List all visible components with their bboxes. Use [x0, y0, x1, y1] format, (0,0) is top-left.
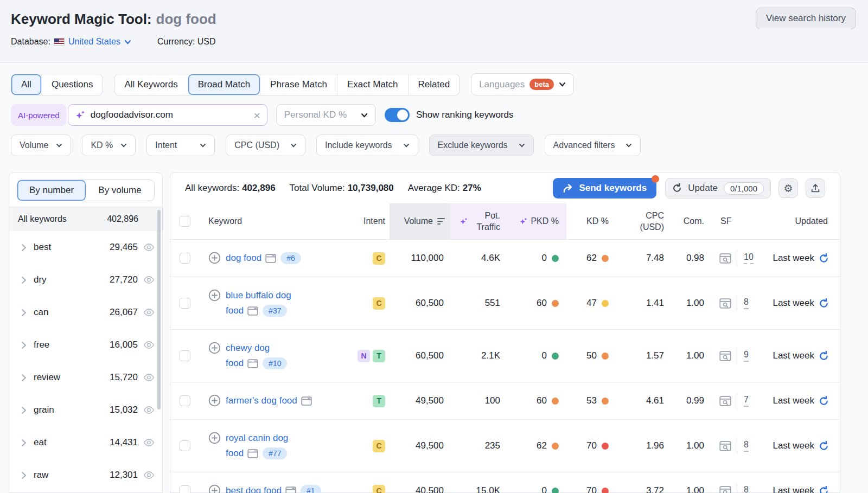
languages-dropdown[interactable]: Languages beta — [471, 73, 574, 95]
serp-window-icon[interactable] — [301, 395, 312, 406]
view-search-history-button[interactable]: View search history — [756, 8, 856, 29]
refresh-icon[interactable] — [819, 441, 829, 451]
serp-features-icon[interactable] — [719, 485, 731, 493]
domain-input[interactable] — [91, 110, 249, 120]
sidebar-group-row[interactable]: review 15,720 — [9, 361, 162, 394]
clear-input-icon[interactable]: × — [253, 110, 260, 121]
row-checkbox[interactable] — [180, 440, 190, 451]
sf-count[interactable]: 8 — [744, 440, 749, 452]
col-intent[interactable]: Intent — [352, 203, 390, 239]
eye-icon[interactable] — [143, 276, 155, 284]
row-checkbox[interactable] — [180, 350, 190, 361]
serp-features-icon[interactable] — [719, 440, 731, 451]
filter-volume[interactable]: Volume — [11, 135, 71, 156]
refresh-icon[interactable] — [819, 486, 829, 493]
settings-button[interactable]: ⚙ — [778, 178, 798, 198]
add-to-list-icon[interactable] — [208, 394, 221, 407]
ranking-position-badge[interactable]: #37 — [263, 305, 287, 317]
tab-all[interactable]: All — [11, 74, 41, 95]
chevron-right-icon[interactable] — [21, 471, 27, 479]
add-to-list-icon[interactable] — [208, 484, 221, 493]
serp-window-icon[interactable] — [285, 485, 296, 493]
refresh-icon[interactable] — [819, 298, 829, 309]
col-updated[interactable]: Updated — [765, 203, 841, 239]
chevron-right-icon[interactable] — [21, 276, 27, 284]
col-volume[interactable]: Volume — [390, 203, 450, 239]
chevron-right-icon[interactable] — [21, 244, 27, 252]
sf-count[interactable]: 10 — [744, 252, 754, 264]
keyword-link[interactable]: farmer's dog food — [226, 395, 297, 406]
update-button[interactable]: Update 0/1,000 — [665, 178, 771, 199]
eye-icon[interactable] — [143, 373, 155, 382]
eye-icon[interactable] — [143, 341, 155, 349]
col-sf[interactable]: SF — [715, 203, 765, 239]
chevron-right-icon[interactable] — [21, 309, 27, 317]
add-to-list-icon[interactable] — [208, 289, 221, 302]
col-pkd[interactable]: PKD % — [507, 203, 566, 239]
row-checkbox[interactable] — [180, 485, 190, 493]
sidebar-group-row[interactable]: raw 12,301 — [9, 459, 162, 491]
sidebar-group-row[interactable]: can 26,067 — [9, 296, 162, 329]
sf-count[interactable]: 8 — [744, 297, 749, 309]
ranking-position-badge[interactable]: #6 — [280, 252, 301, 264]
chevron-right-icon[interactable] — [21, 439, 27, 447]
sidebar-group-row[interactable]: free 16,005 — [9, 329, 162, 361]
sidebar-group-row[interactable]: grain 15,032 — [9, 394, 162, 426]
database-selector[interactable]: United States — [54, 37, 131, 47]
ranking-position-badge[interactable]: #10 — [263, 357, 287, 369]
sidebar-group-row[interactable]: dry 27,720 — [9, 264, 162, 296]
chevron-right-icon[interactable] — [21, 341, 27, 349]
refresh-icon[interactable] — [819, 351, 829, 361]
col-keyword[interactable]: Keyword — [200, 203, 352, 239]
serp-window-icon[interactable] — [247, 448, 258, 458]
ranking-position-badge[interactable]: #77 — [263, 447, 287, 459]
col-kd[interactable]: KD % — [566, 203, 618, 239]
col-pot-traffic[interactable]: Pot. Traffic — [450, 203, 507, 239]
add-to-list-icon[interactable] — [208, 342, 221, 354]
tab-exact-match[interactable]: Exact Match — [337, 74, 408, 95]
tab-broad-match[interactable]: Broad Match — [188, 74, 260, 95]
eye-icon[interactable] — [143, 406, 155, 414]
eye-icon[interactable] — [143, 438, 155, 447]
col-cpc[interactable]: CPC (USD) — [618, 203, 673, 239]
filter-intent[interactable]: Intent — [146, 135, 215, 156]
filter-include-keywords[interactable]: Include keywords — [316, 135, 418, 156]
add-to-list-icon[interactable] — [208, 252, 221, 264]
select-all-checkbox[interactable] — [180, 216, 190, 227]
eye-icon[interactable] — [143, 308, 155, 317]
sf-count[interactable]: 9 — [744, 350, 749, 362]
sidebar-group-row[interactable]: eat 14,431 — [9, 426, 162, 459]
filter-advanced[interactable]: Advanced filters — [545, 135, 641, 156]
sidebar-scrollbar[interactable] — [157, 210, 161, 409]
col-com[interactable]: Com. — [673, 203, 715, 239]
show-ranking-toggle[interactable] — [385, 108, 410, 122]
serp-features-icon[interactable] — [719, 350, 731, 361]
serp-window-icon[interactable] — [247, 358, 258, 368]
serp-features-icon[interactable] — [719, 253, 731, 264]
sf-count[interactable]: 7 — [744, 395, 749, 407]
row-checkbox[interactable] — [180, 298, 190, 309]
send-keywords-button[interactable]: Send keywords — [553, 178, 656, 199]
add-to-list-icon[interactable] — [208, 432, 221, 444]
personal-kd-dropdown[interactable]: Personal KD % — [276, 104, 376, 126]
serp-features-icon[interactable] — [719, 395, 731, 406]
sidebar-group-row[interactable]: best 29,465 — [9, 231, 162, 264]
chevron-right-icon[interactable] — [21, 406, 27, 414]
tab-questions[interactable]: Questions — [41, 74, 103, 95]
sidebar-item-all-keywords[interactable]: All keywords 402,896 — [9, 207, 162, 231]
keyword-link[interactable]: best dog food — [226, 485, 282, 493]
sort-by-number[interactable]: By number — [17, 180, 86, 201]
sf-count[interactable]: 8 — [744, 485, 749, 493]
serp-window-icon[interactable] — [265, 253, 276, 263]
serp-features-icon[interactable] — [719, 298, 731, 309]
eye-icon[interactable] — [143, 471, 155, 479]
chevron-right-icon[interactable] — [21, 374, 27, 382]
filter-cpc[interactable]: CPC (USD) — [226, 135, 305, 156]
keyword-link[interactable]: dog food — [226, 253, 261, 263]
tab-phrase-match[interactable]: Phrase Match — [260, 74, 337, 95]
row-checkbox[interactable] — [180, 253, 190, 264]
sort-by-volume[interactable]: By volume — [86, 180, 154, 201]
tab-all-keywords[interactable]: All Keywords — [114, 74, 187, 95]
eye-icon[interactable] — [143, 243, 155, 252]
serp-window-icon[interactable] — [247, 305, 258, 316]
